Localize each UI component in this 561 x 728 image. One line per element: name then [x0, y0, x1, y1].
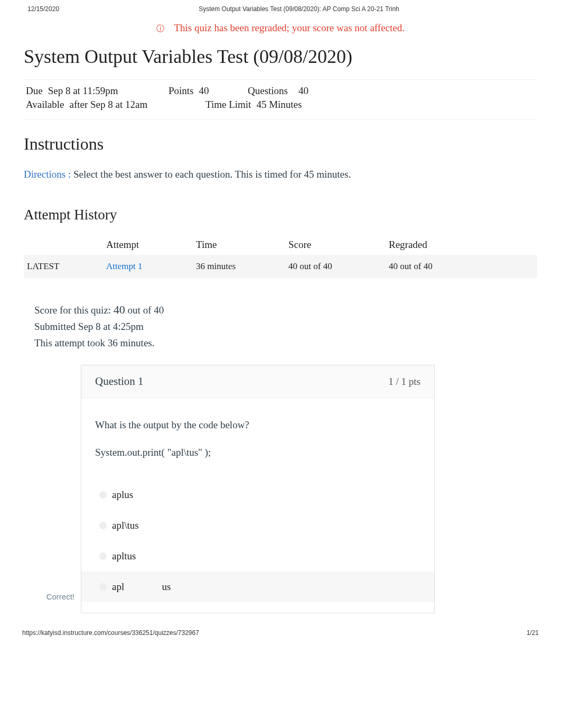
attempt-history-heading: Attempt History — [24, 207, 537, 223]
print-footer: https://katyisd.instructure.com/courses/… — [0, 613, 561, 644]
info-icon: ⓘ — [156, 24, 164, 33]
col-blank — [24, 235, 103, 255]
attempt-history-table: Attempt Time Score Regraded LATEST Attem… — [24, 235, 537, 278]
score-value: 40 — [114, 303, 125, 316]
row-time: 36 minutes — [193, 255, 285, 278]
question-header: Question 1 1 / 1 pts — [81, 365, 434, 398]
available-value: after Sep 8 at 12am — [69, 99, 147, 110]
print-header: 12/15/2020 System Output Variables Test … — [0, 0, 561, 15]
quiz-title: System Output Variables Test (09/08/2020… — [24, 45, 537, 68]
row-label: LATEST — [24, 255, 103, 278]
print-doc-title: System Output Variables Test (09/08/2020… — [199, 5, 399, 13]
row-score: 40 out of 40 — [285, 255, 386, 278]
radio-icon — [99, 522, 107, 529]
row-regraded: 40 out of 40 — [386, 255, 537, 278]
answer-text: apl\tus — [112, 520, 139, 531]
questions-value: 40 — [298, 85, 308, 97]
answer-option[interactable]: apltus — [81, 541, 434, 572]
radio-icon — [99, 583, 107, 591]
instructions-body: Directions : Select the best answer to e… — [24, 169, 537, 180]
quiz-meta: Due Sep 8 at 11:59pm Points 40 Questions… — [24, 79, 537, 119]
question-wrap: Correct! Question 1 1 / 1 pts What is th… — [24, 365, 537, 613]
col-regraded: Regraded — [386, 235, 537, 255]
table-row: LATEST Attempt 1 36 minutes 40 out of 40… — [24, 255, 537, 278]
score-suffix: out of 40 — [128, 305, 164, 316]
points-value: 40 — [199, 85, 209, 97]
col-time: Time — [193, 235, 285, 255]
answer-option[interactable]: apl\tus — [81, 510, 434, 541]
answer-option-selected[interactable]: apl us — [81, 572, 434, 602]
due-value: Sep 8 at 11:59pm — [48, 85, 118, 97]
timelimit-label: Time Limit — [205, 99, 251, 110]
points-label: Points — [169, 85, 194, 97]
radio-icon — [99, 491, 107, 499]
radio-icon — [99, 552, 107, 560]
submitted-line: Submitted Sep 8 at 4:25pm — [34, 319, 537, 335]
available-label: Available — [26, 99, 64, 110]
question-label: Question 1 — [95, 375, 144, 388]
question-points: 1 / 1 pts — [388, 376, 420, 388]
correct-label: Correct! — [46, 592, 74, 601]
timelimit-value: 45 Minutes — [256, 99, 302, 110]
question-prompt-2: System.out.print( "apl\tus" ); — [95, 447, 420, 458]
col-attempt: Attempt — [103, 235, 193, 255]
footer-page: 1/21 — [527, 629, 539, 637]
instructions-heading: Instructions — [24, 134, 537, 154]
question-prompt-1: What is the output by the code below? — [95, 419, 420, 431]
directions-label: Directions : — [24, 169, 71, 180]
question-box: Question 1 1 / 1 pts What is the output … — [81, 365, 435, 613]
footer-url: https://katyisd.instructure.com/courses/… — [22, 629, 199, 637]
duration-line: This attempt took 36 minutes. — [34, 335, 537, 351]
regrade-notice: ⓘ This quiz has been regraded; your scor… — [24, 15, 537, 39]
answer-list: aplus apl\tus apltus apl us — [81, 480, 434, 613]
score-summary: Score for this quiz: 40 out of 40 Submit… — [24, 278, 537, 357]
question-body: What is the output by the code below? Sy… — [81, 398, 434, 480]
print-date: 12/15/2020 — [27, 5, 59, 13]
due-label: Due — [26, 85, 43, 97]
answer-text: aplus — [112, 489, 133, 500]
answer-text: apl us — [112, 581, 171, 592]
answer-text: apltus — [112, 550, 136, 561]
col-score: Score — [285, 235, 386, 255]
attempt-link[interactable]: Attempt 1 — [106, 261, 142, 271]
answer-option[interactable]: aplus — [81, 480, 434, 510]
page-content: ⓘ This quiz has been regraded; your scor… — [0, 15, 561, 613]
regrade-text: This quiz has been regraded; your score … — [174, 22, 404, 33]
score-prefix: Score for this quiz: — [34, 305, 114, 316]
directions-text: Select the best answer to each question.… — [71, 169, 351, 180]
answer-margin: Correct! — [24, 365, 81, 613]
questions-label: Questions — [248, 85, 288, 97]
